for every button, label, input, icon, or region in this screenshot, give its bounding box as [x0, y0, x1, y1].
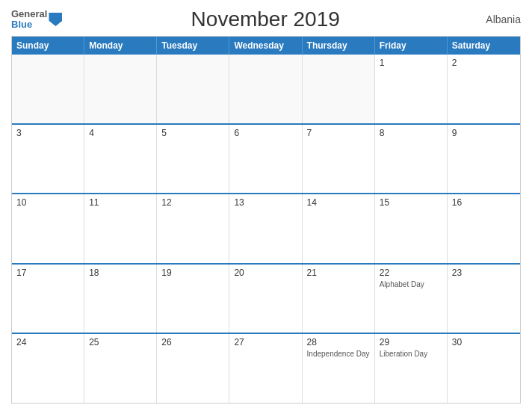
- cell-nov-7: 7: [303, 125, 375, 194]
- day-24: 24: [16, 337, 79, 347]
- day-4: 4: [89, 128, 152, 138]
- cell-r1c2: [84, 55, 157, 123]
- day-11: 11: [89, 197, 152, 208]
- cell-nov-20: 20: [229, 265, 302, 333]
- day-16: 16: [452, 197, 516, 208]
- day-30: 30: [452, 337, 516, 347]
- day-28: 28: [307, 337, 370, 347]
- calendar-row-1: 1 2: [12, 55, 520, 125]
- day-2: 2: [452, 58, 516, 68]
- cell-r1c3: [157, 55, 229, 123]
- page: General Blue November 2019 Albania Sunda…: [0, 0, 532, 411]
- day-20: 20: [234, 268, 297, 278]
- cell-nov-2: 2: [448, 55, 520, 123]
- logo-icon: [49, 13, 62, 26]
- calendar-row-3: 10 11 12 13 14 15 16: [12, 194, 520, 265]
- logo-general-text: General: [11, 9, 47, 19]
- header-friday: Friday: [375, 37, 448, 55]
- day-15: 15: [380, 197, 442, 208]
- header-tuesday: Tuesday: [157, 37, 229, 55]
- country-label: Albania: [468, 13, 521, 25]
- day-22: 22: [380, 268, 442, 278]
- day-9: 9: [452, 128, 516, 138]
- cell-nov-4: 4: [84, 125, 157, 194]
- day-14: 14: [307, 197, 370, 208]
- cell-nov-23: 23: [448, 265, 520, 333]
- cell-r1c5: [303, 55, 375, 123]
- cell-nov-21: 21: [303, 265, 375, 333]
- cell-nov-9: 9: [448, 125, 520, 194]
- day-10: 10: [16, 197, 79, 208]
- day-18: 18: [89, 268, 152, 278]
- cell-nov-18: 18: [84, 265, 157, 333]
- cell-nov-12: 12: [157, 194, 229, 263]
- header-sunday: Sunday: [12, 37, 84, 55]
- cell-nov-3: 3: [12, 125, 84, 194]
- day-27: 27: [234, 337, 297, 347]
- cell-nov-27: 27: [229, 334, 302, 403]
- calendar-row-4: 17 18 19 20 21 22 Alphabet Day 23: [12, 265, 520, 335]
- cell-nov-11: 11: [84, 194, 157, 263]
- day-13: 13: [234, 197, 297, 208]
- header-thursday: Thursday: [303, 37, 375, 55]
- header-monday: Monday: [84, 37, 157, 55]
- calendar-body: 1 2 3 4 5 6 7 8 9 10 11 12 13: [12, 55, 520, 403]
- day-5: 5: [161, 128, 224, 138]
- event-alphabet-day: Alphabet Day: [380, 279, 442, 289]
- cell-r1c4: [229, 55, 302, 123]
- day-1: 1: [380, 58, 442, 68]
- day-21: 21: [307, 268, 370, 278]
- day-12: 12: [161, 197, 224, 208]
- day-6: 6: [234, 128, 297, 138]
- cell-nov-10: 10: [12, 194, 84, 263]
- calendar-title: November 2019: [62, 7, 468, 31]
- cell-nov-30: 30: [448, 334, 520, 403]
- logo-blue-text: Blue: [11, 19, 47, 30]
- cell-nov-26: 26: [157, 334, 229, 403]
- cell-nov-6: 6: [229, 125, 302, 194]
- calendar-row-2: 3 4 5 6 7 8 9: [12, 125, 520, 195]
- cell-nov-25: 25: [84, 334, 157, 403]
- event-independence-day: Independence Day: [307, 349, 370, 359]
- day-23: 23: [452, 268, 516, 278]
- logo: General Blue: [11, 9, 62, 31]
- calendar-row-5: 24 25 26 27 28 Independence Day 29 Liber…: [12, 334, 520, 403]
- header-saturday: Saturday: [448, 37, 520, 55]
- cell-nov-8: 8: [375, 125, 448, 194]
- cell-nov-13: 13: [229, 194, 302, 263]
- logo-text: General Blue: [11, 9, 47, 31]
- cell-nov-24: 24: [12, 334, 84, 403]
- day-7: 7: [307, 128, 370, 138]
- cell-nov-14: 14: [303, 194, 375, 263]
- cell-nov-17: 17: [12, 265, 84, 333]
- cell-nov-19: 19: [157, 265, 229, 333]
- day-29: 29: [380, 337, 442, 347]
- header-wednesday: Wednesday: [229, 37, 302, 55]
- event-liberation-day: Liberation Day: [380, 349, 442, 359]
- calendar-header: Sunday Monday Tuesday Wednesday Thursday…: [12, 37, 520, 55]
- day-19: 19: [161, 268, 224, 278]
- cell-nov-1: 1: [375, 55, 448, 123]
- day-17: 17: [16, 268, 79, 278]
- day-25: 25: [89, 337, 152, 347]
- cell-nov-28: 28 Independence Day: [303, 334, 375, 403]
- day-26: 26: [161, 337, 224, 347]
- day-8: 8: [380, 128, 442, 138]
- cell-nov-29: 29 Liberation Day: [375, 334, 448, 403]
- cell-nov-15: 15: [375, 194, 448, 263]
- cell-nov-22: 22 Alphabet Day: [375, 265, 448, 333]
- cell-r1c1: [12, 55, 84, 123]
- calendar: Sunday Monday Tuesday Wednesday Thursday…: [11, 36, 521, 404]
- day-3: 3: [16, 128, 79, 138]
- header: General Blue November 2019 Albania: [11, 7, 521, 31]
- cell-nov-5: 5: [157, 125, 229, 194]
- cell-nov-16: 16: [448, 194, 520, 263]
